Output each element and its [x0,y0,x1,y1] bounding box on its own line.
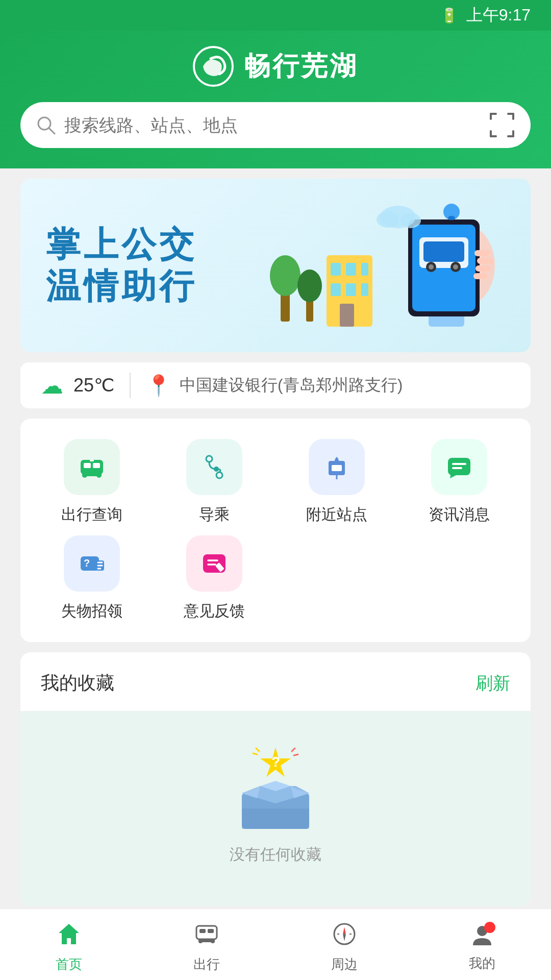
temperature: 25℃ [73,375,114,396]
quick-menu: 出行查询 导乘 [20,419,531,642]
lost-found-label: 失物招领 [61,601,122,622]
status-bar: 🔋 上午9:17 [0,0,551,31]
svg-point-46 [377,211,399,228]
route-icon [199,452,230,482]
banner-line1: 掌上公交 [46,224,197,265]
bus-icon [77,452,107,482]
svg-text:?: ? [271,754,280,770]
banner-line2: 温情助行 [46,265,197,307]
svg-rect-90 [208,929,214,933]
svg-line-2 [49,128,55,134]
svg-marker-96 [343,927,346,934]
guide-icon-bg [186,439,242,495]
message-icon [444,452,474,482]
svg-rect-53 [82,473,102,476]
menu-grid: 出行查询 导乘 [31,439,520,622]
nav-item-travel[interactable]: 出行 [138,916,276,973]
nav-mine-label: 我的 [469,954,495,972]
location-text: 中国建设银行(青岛郑州路支行) [180,374,403,397]
svg-point-37 [429,264,434,270]
weather-bar: ☁ 25℃ 📍 中国建设银行(青岛郑州路支行) [20,362,531,408]
svg-rect-89 [199,929,206,933]
nearby-stop-icon [321,452,352,482]
scan-icon[interactable] [489,112,515,138]
svg-rect-88 [196,926,217,939]
svg-rect-60 [448,458,470,475]
app-title: 畅行芜湖 [244,48,358,84]
lost-found-icon: ? [77,548,107,579]
svg-rect-93 [198,939,215,942]
svg-rect-21 [361,283,368,296]
cloud-icon: ☁ [41,373,63,399]
svg-rect-10 [512,130,514,137]
svg-line-79 [292,748,295,751]
svg-rect-16 [331,263,341,276]
svg-rect-4 [490,113,492,120]
app-header: 畅行芜湖 [0,31,551,168]
header-title-row: 畅行芜湖 [193,46,358,87]
menu-item-travel-query[interactable]: 出行查询 [31,439,153,525]
nav-item-mine[interactable]: 我的 [413,917,551,972]
travel-query-icon-bg [64,439,120,495]
nav-nearby-label: 周边 [331,955,358,973]
home-icon [56,921,82,951]
status-time: 上午9:17 [466,4,531,27]
battery-icon: 🔋 [440,7,458,24]
bottom-nav: 首页 出行 周边 [0,909,551,980]
nav-item-home[interactable]: 首页 [0,916,138,973]
compass-icon [331,921,358,951]
svg-rect-34 [423,241,464,262]
svg-rect-40 [477,258,493,264]
favorites-section: 我的收藏 刷新 ? 没有任何收藏 [20,652,531,906]
nearby-stop-label: 附近站点 [306,504,367,525]
svg-point-55 [206,456,212,462]
svg-rect-8 [490,130,492,137]
svg-rect-42 [473,273,488,279]
menu-item-news[interactable]: 资讯消息 [398,439,520,525]
weather-info: ☁ 25℃ [41,373,114,399]
svg-rect-18 [361,263,368,276]
location-info: 📍 中国建设银行(青岛郑州路支行) [146,374,510,398]
guide-label: 导乘 [199,504,230,525]
news-label: 资讯消息 [429,504,490,525]
favorites-empty-text: 没有任何收藏 [230,844,321,865]
feedback-icon [199,548,230,579]
svg-rect-19 [331,283,341,296]
nearby-stop-icon-bg [309,439,365,495]
svg-rect-62 [452,467,462,469]
menu-item-feedback[interactable]: 意见反馈 [153,535,276,622]
svg-point-38 [453,264,458,270]
menu-item-lost-found[interactable]: ? 失物招领 [31,535,153,622]
svg-point-57 [214,467,219,472]
favorites-header: 我的收藏 刷新 [20,652,531,712]
travel-query-label: 出行查询 [61,504,122,525]
svg-point-56 [216,472,222,478]
svg-point-44 [448,216,455,220]
svg-rect-20 [346,283,356,296]
feedback-icon-bg [186,535,242,592]
refresh-button[interactable]: 刷新 [475,672,510,695]
feedback-label: 意见反馈 [184,601,245,622]
news-icon-bg [431,439,487,495]
svg-rect-54 [90,460,94,461]
nav-home-label: 首页 [56,955,82,973]
location-pin-icon: 📍 [146,374,171,398]
svg-rect-50 [93,463,100,468]
svg-rect-41 [475,265,491,272]
svg-rect-61 [452,463,466,465]
travel-bus-icon [193,921,220,951]
lost-found-icon-bg: ? [64,535,120,592]
nav-item-nearby[interactable]: 周边 [276,916,413,973]
empty-box-icon: ? [230,742,321,834]
avatar-container [469,922,495,950]
svg-rect-22 [340,304,354,327]
svg-rect-17 [346,263,356,276]
app-logo-icon [193,46,234,87]
svg-text:?: ? [84,557,90,569]
search-bar[interactable] [20,102,531,148]
menu-item-guide[interactable]: 导乘 [153,439,276,525]
svg-rect-49 [84,463,91,468]
banner: 掌上公交 温情助行 [20,179,531,352]
menu-item-nearby-stop[interactable]: 附近站点 [276,439,398,525]
search-input[interactable] [64,115,481,135]
